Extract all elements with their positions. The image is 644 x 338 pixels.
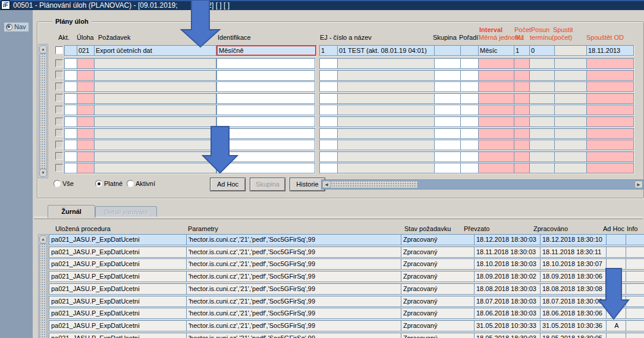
identifikace-field-focused[interactable]: Měsíčně	[216, 45, 316, 56]
skupina-field[interactable]	[434, 105, 461, 115]
ej-nazev-field[interactable]	[337, 128, 435, 139]
poradi-field[interactable]	[460, 140, 479, 150]
zpracovano-cell[interactable]: 18.06.2018 18:30:06	[540, 308, 607, 319]
posun-terminu-field[interactable]	[529, 70, 555, 81]
prevzato-cell[interactable]: 18.07.2018 18:30:03	[474, 296, 541, 307]
poradi-field[interactable]	[460, 58, 479, 69]
zpracovano-cell[interactable]: 18.05.2018 18:30:05	[540, 333, 607, 338]
pozadavek-field[interactable]	[94, 163, 216, 173]
identifikace-field[interactable]	[216, 58, 315, 69]
adhoc-cell[interactable]	[606, 271, 627, 282]
adhoc-cell[interactable]	[606, 234, 627, 245]
parametry-cell[interactable]: 'hector.is.cuni.cz','21','pedf','Soc5GFi…	[186, 320, 402, 331]
posun-terminu-field[interactable]	[529, 140, 555, 150]
identifikace-field[interactable]	[216, 105, 315, 115]
plan-row-empty[interactable]	[52, 140, 633, 150]
merna-jednotka-field[interactable]	[478, 151, 515, 162]
historie-button[interactable]: Historie	[290, 178, 325, 191]
parametry-cell[interactable]: 'hector.is.cuni.cz','21','pedf','Soc5GFi…	[186, 258, 402, 270]
journal-vertical-scrollbar[interactable]: ▲	[38, 234, 48, 338]
ej-nazev-field[interactable]	[337, 81, 435, 92]
poradi-field[interactable]	[460, 163, 479, 173]
row-indicator-cell[interactable]	[64, 105, 78, 115]
skupina-field[interactable]	[434, 45, 461, 56]
plan-row-empty[interactable]	[52, 105, 633, 115]
pozadavek-field[interactable]: Export účetních dat	[94, 45, 216, 56]
ej-cislo-field[interactable]	[319, 105, 339, 115]
posun-terminu-field[interactable]	[529, 81, 555, 92]
table-row[interactable]: pa021_JASU.P_ExpDatUcetni 'hector.is.cun…	[49, 333, 643, 338]
parametry-cell[interactable]: 'hector.is.cuni.cz','21','pedf','Soc5GFi…	[186, 271, 402, 282]
ej-nazev-field[interactable]	[337, 58, 435, 69]
info-cell[interactable]	[626, 247, 644, 258]
stav-cell[interactable]: Zpracovaný	[401, 247, 475, 258]
adhoc-cell[interactable]	[606, 333, 627, 338]
scroll-up-icon[interactable]: ▲	[39, 45, 47, 53]
tab-detail-varovani[interactable]: Detail varování	[95, 206, 157, 218]
pocet-mj-field[interactable]	[514, 163, 530, 173]
akt-checkbox[interactable]	[55, 141, 63, 149]
poradi-field[interactable]	[460, 93, 479, 104]
ej-cislo-field[interactable]	[319, 93, 339, 104]
stav-cell[interactable]: Zpracovaný	[401, 333, 475, 338]
ej-nazev-field[interactable]	[337, 70, 435, 81]
poradi-field[interactable]	[460, 116, 479, 127]
row-indicator-cell[interactable]	[64, 140, 78, 150]
pocet-mj-field[interactable]	[514, 151, 530, 162]
spoustet-od-field[interactable]	[586, 70, 634, 81]
prevzato-cell[interactable]: 18.09.2018 18:30:02	[474, 271, 541, 282]
pocet-mj-field[interactable]	[514, 140, 530, 150]
info-cell[interactable]	[626, 308, 644, 319]
uloha-field[interactable]	[77, 105, 95, 115]
spustit-pocet-field[interactable]	[554, 128, 588, 139]
ej-nazev-field[interactable]	[337, 116, 435, 127]
journal-scrollbar-thumb[interactable]	[39, 244, 47, 338]
pocet-mj-field[interactable]	[514, 128, 530, 139]
identifikace-field[interactable]	[216, 140, 315, 150]
skupina-field[interactable]	[434, 116, 461, 127]
merna-jednotka-field[interactable]: Měsíc	[478, 45, 515, 56]
akt-checkbox[interactable]	[55, 106, 63, 113]
spoustet-od-field[interactable]	[586, 163, 634, 173]
pozadavek-field[interactable]	[94, 105, 216, 115]
spustit-pocet-field[interactable]	[554, 140, 588, 150]
info-cell[interactable]	[626, 320, 644, 331]
identifikace-field[interactable]	[216, 93, 315, 104]
plans-vertical-scrollbar[interactable]: ▲ ▼	[38, 44, 48, 178]
skupina-field[interactable]	[434, 81, 461, 92]
prevzato-cell[interactable]: 18.05.2018 18:30:03	[474, 333, 541, 338]
prevzato-cell[interactable]: 18.06.2018 18:30:03	[474, 308, 541, 319]
spustit-pocet-field[interactable]	[554, 163, 588, 173]
uloha-field[interactable]	[77, 58, 95, 69]
ej-cislo-field[interactable]	[319, 116, 339, 127]
procedura-cell[interactable]: pa021_JASU.P_ExpDatUcetni	[49, 320, 188, 331]
adhoc-cell[interactable]	[606, 283, 627, 295]
pocet-mj-field[interactable]	[514, 93, 530, 104]
merna-jednotka-field[interactable]	[478, 116, 515, 127]
akt-checkbox[interactable]	[55, 164, 63, 172]
akt-checkbox[interactable]	[55, 59, 63, 67]
ej-nazev-field[interactable]: 01 TEST (akt. 08.01.19 04:01)	[337, 45, 435, 56]
procedura-cell[interactable]: pa021_JASU.P_ExpDatUcetni	[49, 333, 188, 338]
poradi-field[interactable]	[460, 81, 479, 92]
pocet-mj-field[interactable]: 1	[514, 45, 530, 56]
row-indicator-cell[interactable]	[64, 45, 78, 56]
akt-checkbox[interactable]	[55, 118, 63, 125]
merna-jednotka-field[interactable]	[478, 93, 515, 104]
identifikace-field[interactable]	[216, 128, 315, 139]
uloha-field[interactable]	[77, 93, 95, 104]
ej-cislo-field[interactable]	[319, 58, 339, 69]
merna-jednotka-field[interactable]	[478, 140, 515, 150]
spoustet-od-field[interactable]	[586, 105, 634, 115]
info-cell[interactable]	[626, 333, 644, 338]
uloha-field[interactable]	[77, 70, 95, 81]
plan-row-empty[interactable]	[52, 70, 633, 81]
spoustet-od-field[interactable]	[586, 81, 634, 92]
table-row[interactable]: pa021_JASU.P_ExpDatUcetni 'hector.is.cun…	[49, 296, 643, 307]
spustit-pocet-field[interactable]	[554, 151, 588, 162]
spustit-pocet-field[interactable]	[554, 93, 588, 104]
prevzato-cell[interactable]: 18.12.2018 18:30:03	[474, 234, 541, 245]
plan-row-empty[interactable]	[52, 81, 633, 92]
spustit-pocet-field[interactable]	[554, 58, 588, 69]
row-indicator-cell[interactable]	[64, 93, 78, 104]
